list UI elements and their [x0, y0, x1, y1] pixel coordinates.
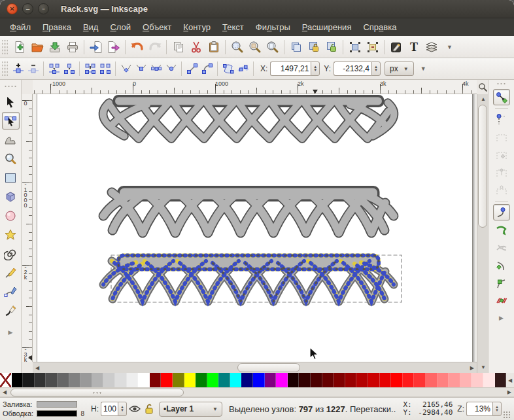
snap-cusp-nodes-icon[interactable] [493, 257, 510, 273]
segment-curve-icon[interactable] [199, 60, 214, 77]
node-symmetric-icon[interactable] [148, 60, 163, 77]
zoom-corner-icon[interactable] [477, 80, 488, 94]
palette-scroll-right-arrow[interactable]: ▶ [507, 390, 511, 395]
palette-swatch[interactable] [265, 373, 277, 387]
zoom-page-icon[interactable] [264, 39, 281, 56]
bezier-pen-tool[interactable] [2, 283, 20, 300]
calligraphy-tool[interactable] [2, 302, 20, 319]
palette-swatch[interactable] [334, 373, 345, 387]
zoom-input[interactable]: 13% [466, 402, 492, 416]
palette-swatch[interactable] [218, 373, 230, 387]
import-icon[interactable] [87, 39, 105, 56]
layers-dialog-icon[interactable] [422, 39, 440, 56]
node-auto-icon[interactable] [163, 60, 179, 77]
menu-item[interactable]: Правка [37, 20, 77, 35]
scroll-up-arrow[interactable]: ▲ [481, 97, 486, 102]
break-nodes-icon[interactable] [61, 60, 77, 77]
text-dialog-icon[interactable]: T [405, 39, 422, 56]
palette-swatch[interactable] [103, 373, 115, 387]
zoom-spinner[interactable]: ▲▼ [492, 402, 502, 416]
palette-swatch[interactable] [322, 373, 334, 387]
palette-swatch[interactable] [115, 373, 127, 387]
snap-midpoints-icon[interactable] [493, 292, 510, 309]
scroll-down-arrow[interactable]: ▼ [481, 365, 486, 370]
palette-scroll-left-arrow[interactable]: ◀ [3, 390, 7, 395]
join-nodes-icon[interactable] [46, 60, 61, 77]
palette-swatch[interactable] [345, 373, 357, 387]
snap-path-intersections-icon[interactable] [493, 239, 510, 256]
layer-lock-icon[interactable] [145, 404, 154, 414]
menu-item[interactable]: Вид [77, 20, 105, 35]
minimize-button[interactable]: – [22, 3, 33, 14]
snap-to-paths-icon[interactable] [493, 222, 510, 238]
layer-visibility-icon[interactable] [129, 404, 141, 413]
fill-swatch[interactable] [37, 401, 77, 408]
rectangle-tool[interactable] [2, 169, 20, 186]
layer-dropdown[interactable]: •Layer 1 ▼ [159, 402, 222, 417]
node-corner-icon[interactable] [118, 60, 133, 77]
group-icon[interactable] [346, 39, 364, 56]
toolbar-overflow-arrow[interactable]: ▼ [420, 65, 426, 72]
palette-scroll-arrow[interactable]: ◀ [506, 373, 514, 387]
x-coordinate-input[interactable]: 1497,21 [270, 61, 311, 76]
title-bar[interactable]: ✕ – ▫ Rack.svg — Inkscape [0, 0, 514, 18]
palette-swatch[interactable] [138, 373, 150, 387]
horizontal-ruler[interactable]: -1000010002k3k4k [33, 80, 477, 94]
menu-item[interactable]: Файл [4, 20, 37, 35]
snap-bbox-edge-midpoints-icon[interactable] [493, 164, 510, 181]
scroll-right-arrow[interactable]: ▶ [470, 366, 474, 371]
palette-swatch[interactable] [299, 373, 311, 387]
palette-swatch[interactable] [23, 373, 35, 387]
print-icon[interactable] [63, 39, 81, 56]
palette-swatch[interactable] [230, 373, 242, 387]
menu-item[interactable]: Фильтры [250, 20, 296, 35]
vertical-ruler[interactable]: 0-1000-2k-3k [22, 94, 33, 362]
toolbar-grip[interactable] [496, 82, 507, 86]
snap-bbox-edges-icon[interactable] [493, 129, 510, 145]
close-button[interactable]: ✕ [7, 3, 18, 14]
menu-item[interactable]: Текст [216, 20, 250, 35]
snap-bbox-centers-icon[interactable] [493, 182, 510, 198]
tweak-tool[interactable] [2, 131, 20, 149]
palette-scrollbar[interactable]: ◀ ▶ [0, 387, 514, 397]
palette-swatch[interactable] [380, 373, 392, 387]
pencil-tool[interactable] [2, 264, 20, 281]
object-to-path-icon[interactable] [220, 60, 235, 77]
menu-item[interactable]: Объект [137, 20, 177, 35]
toolbar-overflow-arrow[interactable]: ▼ [447, 44, 453, 50]
menu-item[interactable]: Справка [357, 20, 402, 35]
toolbox-expander-arrow[interactable]: ▶ [9, 329, 13, 336]
x-coordinate-spinner[interactable]: ▲▼ [311, 61, 320, 76]
unlink-clone-icon[interactable] [322, 39, 340, 56]
palette-swatch[interactable] [426, 373, 437, 387]
create-clone-icon[interactable] [305, 39, 322, 56]
duplicate-icon[interactable] [287, 39, 305, 56]
menu-item[interactable]: Контур [177, 20, 216, 35]
zoom-drawing-icon[interactable] [246, 39, 264, 56]
palette-swatch[interactable] [483, 373, 495, 387]
palette-swatch[interactable] [35, 373, 46, 387]
palette-swatch[interactable] [161, 373, 173, 387]
palette-swatch[interactable] [184, 373, 196, 387]
menu-item[interactable]: Слой [104, 20, 137, 35]
star-tool[interactable] [2, 226, 20, 243]
palette-scroll-thumb[interactable] [10, 389, 184, 396]
y-coordinate-spinner[interactable]: ▲▼ [371, 61, 381, 76]
palette-swatch[interactable] [241, 373, 253, 387]
ungroup-icon[interactable] [364, 39, 381, 56]
stroke-to-path-icon[interactable] [235, 60, 250, 77]
redo-icon[interactable] [146, 39, 163, 56]
palette-swatch[interactable] [173, 373, 184, 387]
palette-swatch[interactable] [495, 373, 507, 387]
snap-bbox-corners-icon[interactable] [493, 147, 510, 163]
scroll-left-arrow[interactable]: ◀ [35, 366, 39, 371]
palette-swatch[interactable] [471, 373, 483, 387]
copy-icon[interactable] [169, 39, 187, 56]
palette-swatch[interactable] [69, 373, 81, 387]
node-smooth-icon[interactable] [133, 60, 148, 77]
palette-swatch[interactable] [127, 373, 139, 387]
document-open-icon[interactable] [28, 39, 46, 56]
horizontal-scrollbar[interactable]: ◀ ▶ [33, 362, 477, 373]
snap-nodes-icon[interactable] [493, 204, 510, 220]
palette-swatch[interactable] [356, 373, 368, 387]
